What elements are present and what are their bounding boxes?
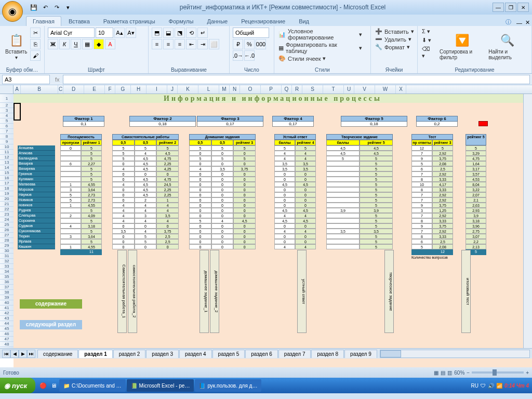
content-button[interactable]: содержание [20,299,82,309]
align-center-icon[interactable]: ≡ [163,39,174,49]
col-header[interactable]: V [354,85,375,94]
col-header[interactable]: T [323,85,344,94]
inc-decimal-icon[interactable]: .0→ [233,50,243,61]
zoom-level[interactable]: 60% [454,370,464,376]
tab-last-icon[interactable]: ⏭ [27,350,35,358]
tab-view[interactable]: Вид [292,17,315,26]
col-header[interactable]: G [115,85,131,94]
view-pagebreak-icon[interactable]: ▥ [447,370,452,376]
row-header[interactable]: 32 [0,259,14,264]
grow-font-icon[interactable]: A▴ [114,28,125,38]
sheet-tab[interactable]: раздел 1 [78,350,112,358]
row-header[interactable]: 25 [0,222,14,228]
row-header[interactable]: 35 [0,274,14,280]
help-icon[interactable]: ⓘ [506,18,511,26]
copy-icon[interactable]: ⎘ [30,39,41,49]
row-header[interactable]: 48 [0,342,14,347]
insert-cells-button[interactable]: ➕ Вставить ▾ [374,28,414,35]
row-header[interactable]: 29 [0,243,14,248]
col-header[interactable]: C [58,85,63,94]
sheet-tab[interactable]: раздел 8 [311,350,344,358]
row-header[interactable]: 46 [0,331,14,337]
col-header[interactable]: N [230,85,240,94]
percent-icon[interactable]: % [244,39,255,49]
row-header[interactable]: 44 [0,321,14,326]
col-header[interactable]: M [219,85,230,94]
col-header[interactable]: B [21,85,58,94]
tab-next-icon[interactable]: ▶ [19,350,27,358]
tray-icon[interactable]: 📶 [496,383,502,389]
merge-button[interactable]: ⬜ [209,39,219,49]
col-header[interactable]: S [302,85,323,94]
col-header[interactable]: O [240,85,261,94]
clock[interactable]: 0:14 Чт 4 [504,383,529,389]
horizontal-scrollbar[interactable] [380,350,530,358]
row-header[interactable]: 5 [0,118,14,124]
tray-icon[interactable]: 🛡 [481,383,486,389]
row-header[interactable]: 10 [0,144,14,150]
col-header[interactable]: H [131,85,147,94]
col-header[interactable]: E [84,85,105,94]
row-header[interactable]: 9 [0,139,14,144]
col-header[interactable]: U [344,85,354,94]
grid-content[interactable]: Информация и информационные процессы Фак… [14,94,532,367]
fill-button[interactable]: ⬇ ▾ [421,36,437,44]
comma-icon[interactable]: 000 [256,39,266,49]
border-button[interactable]: ▦ [82,39,92,49]
close-workbook-button[interactable]: ✕ [525,19,530,26]
quicklaunch-desktop-icon[interactable]: 🖥 [51,382,57,389]
row-header[interactable]: 1 [0,94,14,103]
row-header[interactable]: 8 [0,134,14,139]
zoom-slider[interactable] [472,371,524,374]
sheet-tab[interactable]: раздел 7 [278,350,311,358]
row-header[interactable]: 42 [0,311,14,316]
col-header[interactable]: J [167,85,178,94]
qat-dropdown-icon[interactable]: ▾ [63,3,73,12]
row-header[interactable]: 31 [0,254,14,259]
indent-dec-icon[interactable]: ⇤ [186,39,196,49]
sheet-tab[interactable]: содержание [37,350,78,358]
row-header[interactable]: 4 [0,113,14,118]
delete-cells-button[interactable]: ➖ Удалить ▾ [374,35,414,43]
lang-indicator[interactable]: RU [471,383,478,389]
orientation-icon[interactable]: ⟲ [186,28,196,38]
row-header[interactable]: 37 [0,285,14,290]
row-header[interactable]: 13 [0,160,14,165]
zoom-in-button[interactable]: + [526,370,529,376]
zoom-out-button[interactable]: − [467,370,470,376]
quicklaunch-opera-icon[interactable]: 🔴 [39,382,47,389]
col-header[interactable]: W [375,85,396,94]
row-header[interactable]: 30 [0,248,14,254]
wrap-text-icon[interactable]: ↵ [197,28,208,38]
sheet-tab[interactable]: раздел 3 [146,350,179,358]
minimize-ribbon-button[interactable]: — [516,20,522,26]
row-header[interactable]: 43 [0,316,14,321]
align-right-icon[interactable]: ≡ [175,39,185,49]
row-header[interactable]: 14 [0,165,14,170]
col-header[interactable]: Q [282,85,292,94]
row-header[interactable]: 24 [0,217,14,222]
col-header[interactable]: P [261,85,282,94]
col-header[interactable]: A [14,85,21,94]
row-header[interactable]: 34 [0,269,14,274]
tab-prev-icon[interactable]: ◀ [10,350,19,358]
row-header[interactable]: 38 [0,290,14,295]
tab-layout[interactable]: Разметка страницы [97,17,162,26]
row-header[interactable]: 2 [0,103,14,108]
tab-home[interactable]: Главная [26,16,61,26]
row-header[interactable]: 20 [0,196,14,202]
col-header[interactable]: X [396,85,406,94]
taskbar-item-excel[interactable]: 📗 Microsoft Excel - ре… [127,379,194,392]
tab-first-icon[interactable]: ⏮ [2,350,10,358]
row-header[interactable]: 16 [0,176,14,181]
align-top-icon[interactable]: ⬒ [152,28,162,38]
name-box[interactable]: A3 [2,75,50,84]
align-left-icon[interactable]: ≡ [152,39,162,49]
bold-button[interactable]: Ж [48,39,58,49]
view-layout-icon[interactable]: ▤ [441,370,445,376]
next-section-button[interactable]: следующий раздел [20,320,82,329]
col-header[interactable]: K [178,85,198,94]
col-header[interactable]: F [105,85,115,94]
row-header[interactable]: 45 [0,326,14,331]
sheet-tab[interactable]: раздел 4 [179,350,212,358]
